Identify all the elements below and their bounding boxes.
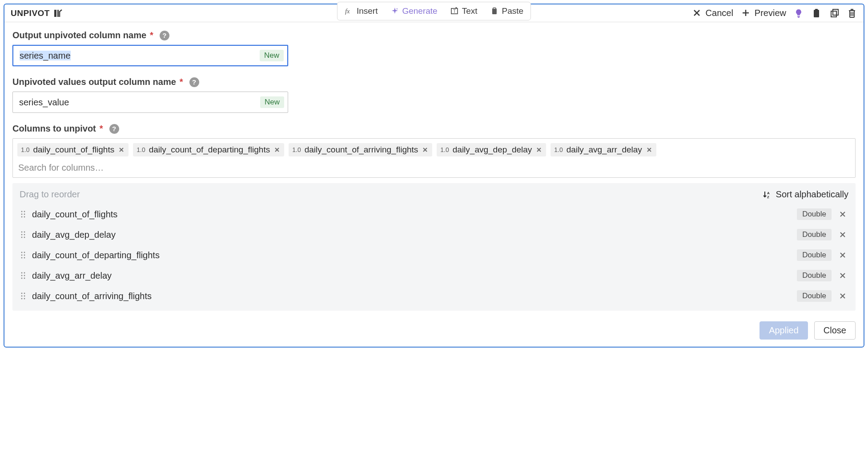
duplicate-icon[interactable] xyxy=(830,8,840,18)
drag-handle-icon[interactable] xyxy=(20,251,26,259)
svg-text:A: A xyxy=(767,191,770,195)
row-remove-icon[interactable] xyxy=(838,272,848,279)
column-chip[interactable]: 1.0daily_avg_arr_delay xyxy=(551,143,656,156)
svg-rect-12 xyxy=(815,9,818,11)
reorder-row-name: daily_count_of_arriving_flights xyxy=(32,291,791,301)
close-button[interactable]: Close xyxy=(814,321,856,340)
column-chip[interactable]: 1.0daily_count_of_flights xyxy=(17,143,129,156)
help-icon[interactable]: ? xyxy=(109,124,119,134)
applied-button: Applied xyxy=(760,321,808,340)
reorder-row[interactable]: daily_count_of_arriving_flightsDouble xyxy=(20,286,848,306)
values-col-label-row: Unpivoted values output column name * ? xyxy=(12,77,856,87)
chip-remove-icon[interactable] xyxy=(422,147,429,152)
clipboard-icon xyxy=(490,7,499,16)
svg-point-34 xyxy=(24,257,25,259)
drag-handle-icon[interactable] xyxy=(20,272,26,280)
column-chip[interactable]: 1.0daily_count_of_departing_flights xyxy=(133,143,284,156)
svg-rect-0 xyxy=(54,10,56,17)
values-col-value: series_value xyxy=(19,97,260,108)
text-button[interactable]: T Text xyxy=(444,3,484,19)
paste-label: Paste xyxy=(502,6,524,16)
reorder-row-name: daily_count_of_flights xyxy=(32,209,791,220)
columns-chip-container: 1.0daily_count_of_flights1.0daily_count_… xyxy=(12,138,856,178)
svg-point-26 xyxy=(24,234,25,236)
preview-button[interactable]: Preview xyxy=(741,8,786,18)
svg-rect-13 xyxy=(831,11,836,17)
sparkle-icon xyxy=(390,7,399,16)
sort-alpha-label: Sort alphabetically xyxy=(776,189,848,200)
dialog-title-text: UNPIVOT xyxy=(11,8,50,18)
paste-button[interactable]: Paste xyxy=(484,3,530,19)
row-remove-icon[interactable] xyxy=(838,211,848,217)
reorder-panel: Drag to reorder AZ Sort alphabetically d… xyxy=(12,183,856,311)
svg-point-31 xyxy=(21,255,23,256)
help-icon[interactable]: ? xyxy=(189,77,199,87)
help-icon[interactable]: ? xyxy=(160,31,169,40)
type-badge: Double xyxy=(797,249,832,261)
svg-point-36 xyxy=(24,272,25,274)
new-badge: New xyxy=(260,50,284,61)
svg-point-37 xyxy=(21,275,23,276)
svg-point-41 xyxy=(21,293,23,294)
svg-point-38 xyxy=(24,275,25,276)
svg-point-32 xyxy=(24,255,25,256)
sort-alpha-button[interactable]: AZ Sort alphabetically xyxy=(763,189,848,200)
output-col-label: Output unpivoted column name xyxy=(12,30,146,40)
chip-remove-icon[interactable] xyxy=(646,147,653,152)
cancel-button[interactable]: Cancel xyxy=(692,8,733,18)
chip-name: daily_count_of_departing_flights xyxy=(149,145,270,155)
chip-remove-icon[interactable] xyxy=(273,147,281,152)
column-chip[interactable]: 1.0daily_avg_dep_delay xyxy=(437,143,546,156)
svg-point-22 xyxy=(24,216,25,218)
output-col-input[interactable]: series_name New xyxy=(12,45,288,66)
type-badge: Double xyxy=(797,229,832,240)
values-col-label: Unpivoted values output column name xyxy=(12,77,176,87)
svg-point-20 xyxy=(24,214,25,215)
svg-rect-1 xyxy=(57,10,59,17)
reorder-header: Drag to reorder AZ Sort alphabetically xyxy=(20,189,848,200)
svg-point-19 xyxy=(21,214,23,215)
column-chip[interactable]: 1.0daily_count_of_arriving_flights xyxy=(289,143,432,156)
reorder-row[interactable]: daily_avg_arr_delayDouble xyxy=(20,265,848,286)
svg-point-39 xyxy=(21,278,23,279)
row-remove-icon[interactable] xyxy=(838,232,848,238)
chip-remove-icon[interactable] xyxy=(535,147,542,152)
reorder-row[interactable]: daily_avg_dep_delayDouble xyxy=(20,224,848,245)
dialog-body: Output unpivoted column name * ? series_… xyxy=(4,22,864,315)
drag-handle-icon[interactable] xyxy=(20,292,26,300)
drag-handle-icon[interactable] xyxy=(20,210,26,218)
insert-button[interactable]: fx Insert xyxy=(338,3,384,19)
reorder-row[interactable]: daily_count_of_departing_flightsDouble xyxy=(20,245,848,265)
output-col-label-row: Output unpivoted column name * ? xyxy=(12,30,856,40)
type-badge: Double xyxy=(797,208,832,220)
columns-search-input[interactable]: Search for columns… xyxy=(17,160,851,175)
columns-label: Columns to unpivot xyxy=(12,124,96,134)
chip-name: daily_count_of_arriving_flights xyxy=(305,145,418,155)
required-marker: * xyxy=(150,30,153,40)
svg-point-44 xyxy=(24,296,25,297)
generate-button[interactable]: Generate xyxy=(384,3,443,19)
new-badge: New xyxy=(260,96,284,108)
chip-type: 1.0 xyxy=(292,146,301,153)
svg-rect-8 xyxy=(493,8,496,9)
row-remove-icon[interactable] xyxy=(838,293,848,299)
svg-point-23 xyxy=(21,232,23,233)
row-remove-icon[interactable] xyxy=(838,252,848,258)
svg-point-30 xyxy=(24,252,25,253)
svg-point-42 xyxy=(24,293,25,294)
required-marker: * xyxy=(180,77,183,87)
dialog-footer: Applied Close xyxy=(4,315,864,347)
drag-handle-icon[interactable] xyxy=(20,231,26,239)
output-col-value: series_name xyxy=(20,51,260,61)
preview-label: Preview xyxy=(755,8,786,18)
svg-point-46 xyxy=(24,298,25,300)
reorder-hint: Drag to reorder xyxy=(20,189,80,200)
clipboard-solid-icon[interactable] xyxy=(812,8,822,18)
svg-rect-14 xyxy=(833,9,838,15)
svg-point-43 xyxy=(21,296,23,297)
chip-remove-icon[interactable] xyxy=(118,147,125,152)
reorder-row[interactable]: daily_count_of_flightsDouble xyxy=(20,204,848,224)
values-col-input[interactable]: series_value New xyxy=(12,92,288,113)
lightbulb-icon[interactable] xyxy=(794,8,804,18)
trash-icon[interactable] xyxy=(848,8,857,18)
